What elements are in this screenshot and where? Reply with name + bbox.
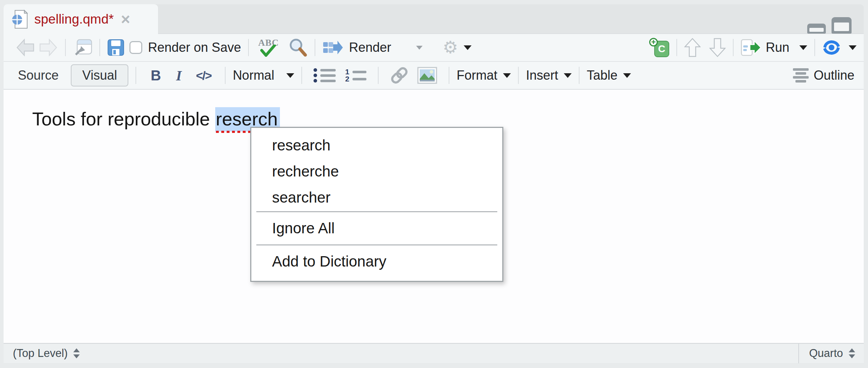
source-mode-button[interactable]: Source	[18, 68, 59, 83]
menu-item-ignore-all[interactable]: Ignore All	[251, 213, 502, 244]
render-button[interactable]: Render	[322, 40, 391, 55]
document-canvas[interactable]: Tools for reproducible reserch research …	[4, 90, 864, 343]
document-text: Tools for reproducible	[32, 109, 215, 129]
menu-item-suggestion[interactable]: recherche	[251, 158, 502, 184]
separator	[449, 67, 449, 84]
separator	[798, 343, 799, 363]
chevron-down-icon	[623, 73, 631, 78]
menu-item-suggestion[interactable]: searcher	[251, 184, 502, 210]
next-chunk-icon[interactable]	[709, 38, 726, 58]
back-icon[interactable]	[16, 38, 35, 57]
document-text-line: Tools for reproducible reserch	[32, 108, 280, 130]
close-icon[interactable]: ×	[121, 12, 130, 26]
format-toolbar: Source Visual B I </> Normal 1 2	[4, 62, 864, 90]
bullet-list-icon[interactable]	[314, 67, 336, 84]
status-bar: (Top Level) Quarto	[4, 343, 864, 363]
gear-icon[interactable]: ⚙	[443, 39, 458, 56]
table-menu[interactable]: Table	[587, 68, 631, 83]
tab-strip: spelling.qmd* ×	[4, 4, 864, 34]
run-icon	[741, 39, 761, 56]
separator	[65, 39, 66, 56]
separator	[814, 39, 815, 56]
menu-item-add-to-dictionary[interactable]: Add to Dictionary	[251, 246, 502, 277]
run-dropdown-icon[interactable]	[799, 45, 807, 50]
insert-chunk-icon[interactable]: + C	[649, 38, 669, 57]
minimize-icon[interactable]	[807, 24, 826, 34]
menu-separator	[256, 244, 497, 245]
menu-separator	[256, 211, 497, 212]
separator	[225, 67, 226, 84]
chevron-down-icon	[503, 73, 511, 78]
link-icon[interactable]	[389, 66, 409, 85]
spellcheck-icon[interactable]: ABC	[258, 38, 281, 58]
chevron-down-icon	[286, 73, 294, 78]
separator	[135, 67, 136, 84]
forward-icon[interactable]	[39, 38, 58, 57]
italic-button[interactable]: I	[176, 67, 182, 84]
render-dropdown-icon[interactable]	[416, 46, 423, 50]
separator	[733, 39, 734, 56]
chevron-down-icon	[564, 73, 572, 78]
previous-chunk-icon[interactable]	[684, 38, 701, 58]
numbered-list-icon[interactable]: 1 2	[344, 67, 366, 84]
format-menu[interactable]: Format	[457, 68, 511, 83]
source-sync-icon[interactable]	[822, 40, 841, 55]
maximize-icon[interactable]	[832, 17, 852, 34]
render-on-save-checkbox[interactable]	[129, 41, 142, 54]
render-label: Render	[349, 40, 391, 55]
menu-item-suggestion[interactable]: research	[251, 132, 502, 158]
paragraph-style-dropdown[interactable]: Normal	[233, 68, 294, 83]
sync-dropdown-icon[interactable]	[849, 45, 857, 50]
code-button[interactable]: </>	[196, 69, 211, 83]
run-button[interactable]: Run	[741, 39, 807, 56]
tab-spelling-qmd[interactable]: spelling.qmd* ×	[4, 4, 158, 34]
image-icon[interactable]	[417, 67, 437, 84]
separator	[676, 39, 677, 56]
separator	[315, 39, 315, 56]
run-label: Run	[766, 40, 789, 55]
paragraph-style-value: Normal	[233, 68, 274, 83]
scope-selector[interactable]: (Top Level)	[13, 347, 80, 360]
doc-type-selector[interactable]: Quarto	[809, 347, 855, 360]
render-on-save-label: Render on Save	[148, 40, 241, 55]
separator	[378, 67, 379, 84]
popout-icon[interactable]	[73, 38, 92, 57]
outline-toggle[interactable]: Outline	[793, 68, 854, 83]
separator	[301, 67, 302, 84]
bold-button[interactable]: B	[151, 68, 161, 84]
editor-pane: spelling.qmd* × Render on	[4, 4, 864, 363]
tab-title: spelling.qmd*	[34, 12, 114, 27]
options-dropdown-icon[interactable]	[464, 45, 472, 50]
spellcheck-context-menu: research recherche searcher Ignore All A…	[250, 127, 503, 282]
render-icon	[322, 40, 343, 55]
scope-stepper-icon	[73, 348, 80, 358]
separator	[99, 39, 100, 56]
quarto-file-icon	[11, 10, 28, 29]
visual-mode-button[interactable]: Visual	[71, 64, 128, 86]
outline-icon	[793, 68, 809, 83]
separator	[579, 67, 580, 84]
insert-menu[interactable]: Insert	[526, 68, 572, 83]
separator	[248, 39, 249, 56]
save-icon[interactable]	[107, 39, 124, 56]
pane-window-controls	[807, 17, 852, 34]
separator	[518, 67, 519, 84]
main-toolbar: Render on Save ABC Render ⚙ +	[4, 34, 864, 62]
doc-type-stepper-icon	[849, 348, 855, 358]
search-icon[interactable]	[288, 38, 307, 57]
